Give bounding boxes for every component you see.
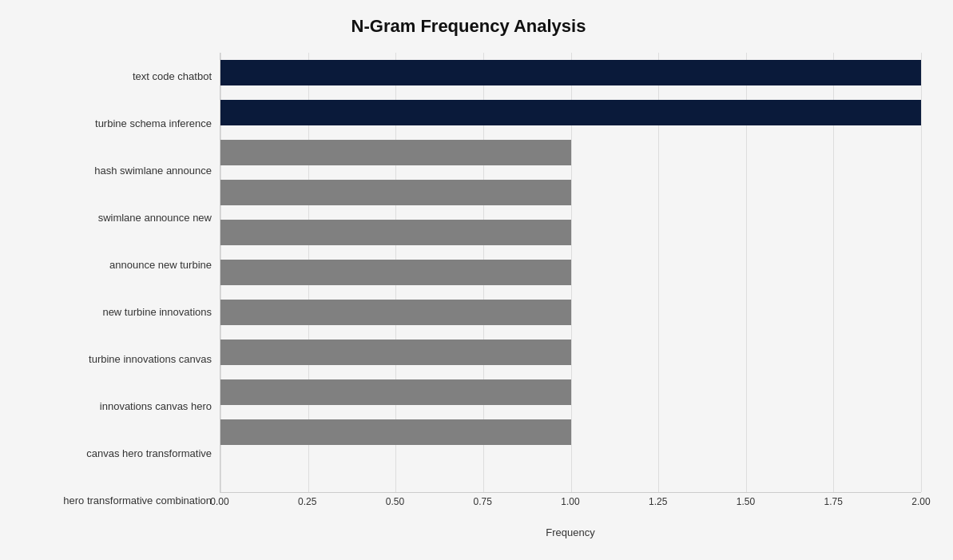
y-label: hero transformative combination <box>16 481 212 521</box>
bar <box>220 220 571 245</box>
bars-section <box>220 53 921 492</box>
bar-row <box>220 332 921 372</box>
x-tick: 1.75 <box>824 496 843 507</box>
bar-row <box>220 212 921 252</box>
x-tick: 0.00 <box>210 496 228 507</box>
bar <box>220 60 921 85</box>
y-axis-labels: text code chatbotturbine schema inferenc… <box>16 53 220 524</box>
y-label: new turbine innovations <box>16 292 212 332</box>
y-label: turbine schema inference <box>16 104 212 144</box>
bar <box>220 260 571 285</box>
bar-row <box>220 93 921 133</box>
bar-row <box>220 372 921 412</box>
y-label: swimlane announce new <box>16 198 212 238</box>
bar <box>220 180 571 205</box>
x-axis-label: Frequency <box>220 526 921 538</box>
y-label: innovations canvas hero <box>16 387 212 427</box>
bar <box>220 419 571 445</box>
x-axis: Frequency 0.000.250.500.751.001.251.501.… <box>220 492 921 524</box>
y-label: announce new turbine <box>16 245 212 285</box>
y-label: turbine innovations canvas <box>16 340 212 379</box>
bar-row <box>220 53 921 93</box>
y-label: hash swimlane announce <box>16 151 212 191</box>
chart-area: text code chatbotturbine schema inferenc… <box>16 53 921 524</box>
x-tick: 0.75 <box>474 496 492 507</box>
bar-row <box>220 173 921 212</box>
x-tick: 0.50 <box>386 496 404 507</box>
y-label: canvas hero transformative <box>16 434 212 474</box>
bar <box>220 140 571 165</box>
x-tick: 0.25 <box>298 496 316 507</box>
chart-container: N-Gram Frequency Analysis text code chat… <box>0 0 953 560</box>
x-tick: 2.00 <box>911 496 930 507</box>
bar <box>220 300 571 325</box>
x-tick: 1.50 <box>737 496 755 507</box>
bar <box>220 340 571 365</box>
bar <box>220 379 571 405</box>
grid-line <box>921 53 922 492</box>
bars-and-x-container: Frequency 0.000.250.500.751.001.251.501.… <box>220 53 921 524</box>
bar-row <box>220 133 921 173</box>
bar-row <box>220 252 921 292</box>
bar-row <box>220 412 921 452</box>
chart-title: N-Gram Frequency Analysis <box>16 16 921 37</box>
y-label: text code chatbot <box>16 57 212 97</box>
x-tick: 1.25 <box>649 496 667 507</box>
bar-row <box>220 292 921 332</box>
x-tick: 1.00 <box>561 496 579 507</box>
bar <box>220 100 921 125</box>
